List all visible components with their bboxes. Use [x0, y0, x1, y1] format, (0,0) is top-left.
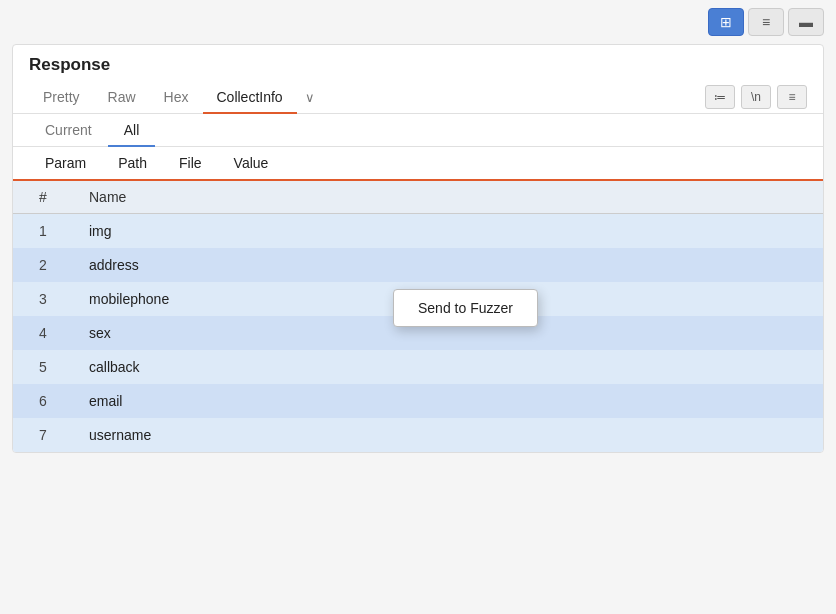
- cell-num: 7: [13, 418, 73, 452]
- menu-icon-button[interactable]: ≡: [777, 85, 807, 109]
- split-view-button[interactable]: ⊞: [708, 8, 744, 36]
- data-table-container: # Name 1img2address3mobilephone4sex5call…: [13, 181, 823, 452]
- cell-name: email: [73, 384, 823, 418]
- cell-num: 6: [13, 384, 73, 418]
- table-row[interactable]: 7username: [13, 418, 823, 452]
- tab-hex[interactable]: Hex: [150, 81, 203, 113]
- regex-icon-button[interactable]: \n: [741, 85, 771, 109]
- col-name: Name: [73, 181, 823, 214]
- cell-num: 2: [13, 248, 73, 282]
- tab-pretty[interactable]: Pretty: [29, 81, 94, 113]
- cell-name: callback: [73, 350, 823, 384]
- context-menu: Send to Fuzzer: [393, 289, 538, 327]
- param-tab-value[interactable]: Value: [218, 147, 285, 179]
- table-row[interactable]: 6email: [13, 384, 823, 418]
- tab-raw[interactable]: Raw: [94, 81, 150, 113]
- cell-name: username: [73, 418, 823, 452]
- send-to-fuzzer-button[interactable]: Send to Fuzzer: [394, 290, 537, 326]
- cell-num: 3: [13, 282, 73, 316]
- col-hash: #: [13, 181, 73, 214]
- param-tab-param[interactable]: Param: [29, 147, 102, 179]
- sub-tab-all[interactable]: All: [108, 114, 156, 146]
- response-panel: Response Pretty Raw Hex CollectInfo ∨ ≔ …: [12, 44, 824, 453]
- sub-tab-current[interactable]: Current: [29, 114, 108, 146]
- sub-tabs-row: Current All: [13, 114, 823, 147]
- table-row[interactable]: 1img: [13, 214, 823, 249]
- cell-num: 5: [13, 350, 73, 384]
- tab-icons: ≔ \n ≡: [705, 85, 807, 109]
- cell-name: address: [73, 248, 823, 282]
- format-tabs-row: Pretty Raw Hex CollectInfo ∨ ≔ \n ≡: [13, 81, 823, 114]
- top-bar: ⊞ ≡ ▬: [0, 0, 836, 44]
- panel-view-button[interactable]: ▬: [788, 8, 824, 36]
- filter-icon-button[interactable]: ≔: [705, 85, 735, 109]
- table-header-row: # Name: [13, 181, 823, 214]
- table-row[interactable]: 5callback: [13, 350, 823, 384]
- param-tab-path[interactable]: Path: [102, 147, 163, 179]
- tab-dropdown[interactable]: ∨: [297, 82, 323, 113]
- list-view-button[interactable]: ≡: [748, 8, 784, 36]
- param-tabs-row: Param Path File Value: [13, 147, 823, 181]
- table-row[interactable]: 2address: [13, 248, 823, 282]
- response-title: Response: [13, 45, 823, 81]
- tab-collectinfo[interactable]: CollectInfo: [203, 81, 297, 113]
- cell-name: img: [73, 214, 823, 249]
- cell-num: 4: [13, 316, 73, 350]
- param-tab-file[interactable]: File: [163, 147, 218, 179]
- cell-num: 1: [13, 214, 73, 249]
